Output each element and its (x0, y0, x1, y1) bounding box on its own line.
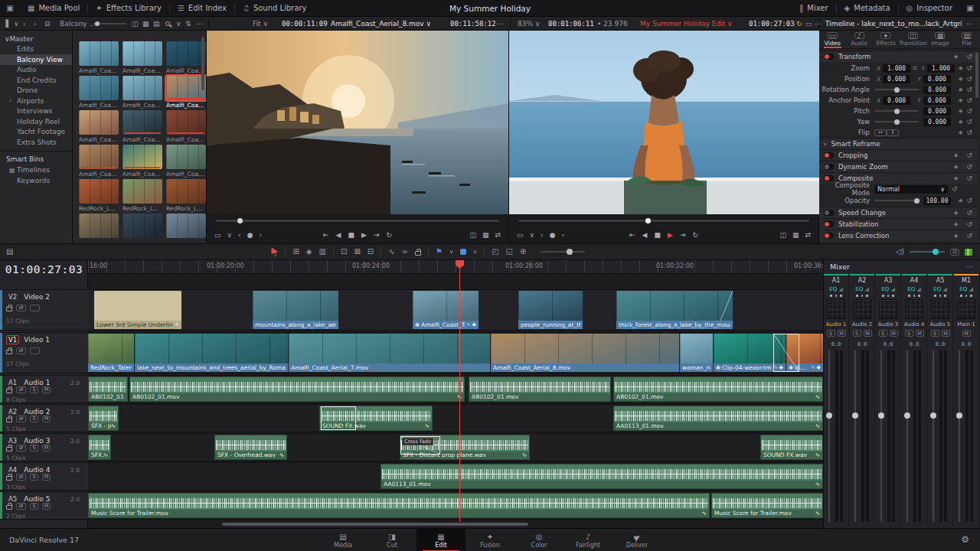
more-icon[interactable]: ⋯ (196, 17, 203, 31)
fade-handle-icon[interactable]: ∿ (815, 422, 820, 430)
keyframe-icon[interactable]: ◆ (959, 76, 962, 82)
media-scrollbar[interactable] (201, 37, 204, 90)
reset-icon[interactable]: ↺ (966, 75, 972, 83)
timeline-clip-thick-forest-along[interactable]: thick_forest_along_a_lake_by_the_mountai… (616, 291, 733, 329)
audio-clip-ab0102-01-mov[interactable]: AB0102_01.mov∿ (129, 377, 465, 402)
inspector-more-icon[interactable]: ⋯ (966, 17, 973, 31)
replace-clip-icon[interactable]: ⊟ (368, 248, 374, 256)
fader-slider[interactable] (854, 350, 856, 522)
page-edit[interactable]: ▦Edit (416, 529, 466, 551)
value-field[interactable]: 0.000 (923, 118, 951, 126)
bin-item-edits[interactable]: Edits (0, 44, 72, 55)
media-clip-6[interactable]: Amalfi_Coast_A... (166, 76, 206, 109)
chevron-down-icon[interactable]: ∨ (530, 231, 535, 239)
bin-item-airports[interactable]: ›Airports (0, 96, 72, 106)
track-badge-v1[interactable]: V1 (6, 335, 19, 344)
reset-icon[interactable]: ↺ (966, 64, 972, 72)
fade-handle-icon[interactable]: ∿ (815, 481, 820, 488)
timeline-zoom-dropdown[interactable]: 83% ∨ (518, 17, 540, 31)
match-frame-icon[interactable]: ◫ (469, 231, 476, 239)
media-clip-16[interactable] (79, 214, 119, 240)
viewer-fit-dropdown[interactable]: Fit ∨ (253, 17, 268, 31)
curve-icon[interactable]: ∿ (466, 321, 471, 329)
media-clip-8[interactable]: Amalfi_Coast_T... (122, 110, 162, 143)
media-thumbnail[interactable] (79, 76, 119, 100)
speaker-icon[interactable]: ◁) (896, 248, 905, 256)
dim-button[interactable]: ⊡ (950, 249, 959, 256)
reset-icon[interactable]: ↺ (966, 118, 972, 126)
composite-mode-dropdown[interactable]: Normal∨ (874, 185, 948, 194)
audio-clip-ab0102-01-mov[interactable]: AB0102_01.mov (88, 377, 128, 402)
top-button-metadata[interactable]: ◈Metadata (837, 0, 898, 16)
timeline-viewer-image[interactable] (509, 31, 819, 214)
fader-slider[interactable] (906, 350, 908, 522)
auto-select-icon[interactable]: ⇄ (16, 305, 26, 311)
source-clip-dropdown[interactable]: Amalfi_Coast_Aerial_8.mov ∨ (331, 17, 431, 31)
mixer-strip-a1[interactable]: A1EQ ◢Audio 1SM0.0 (824, 274, 849, 527)
lock-track-icon[interactable] (6, 447, 12, 452)
mixer-strip-a5[interactable]: A5EQ ◢Audio 5SM0.0 (928, 274, 953, 527)
media-thumbnail[interactable] (122, 76, 162, 100)
reset-icon[interactable]: ↺ (952, 185, 958, 193)
play-button[interactable]: ▶ (668, 231, 673, 239)
keyframe-icon[interactable]: ◆ (954, 210, 958, 216)
next-icon[interactable]: › (34, 17, 37, 31)
mute-button[interactable]: M (864, 330, 872, 337)
param-slider[interactable] (874, 110, 919, 112)
fade-handle-icon[interactable]: ∿ (815, 510, 820, 517)
reset-icon[interactable]: ↺ (966, 152, 972, 159)
zoom-custom-icon[interactable]: ⊕ (520, 248, 526, 256)
timeline-clip-amalfi-coast-aeria[interactable]: Amalfi_Coast_Aerial_8.mov (491, 334, 679, 372)
fade-handle-icon[interactable]: ∿ (522, 452, 527, 459)
auto-select-icon[interactable]: ⇄ (16, 347, 26, 354)
bin-item-interviews[interactable]: Interviews (0, 106, 72, 117)
bin-item-balcony-view[interactable]: Balcony View (0, 54, 72, 65)
keyframe-icon[interactable]: ◆ (954, 164, 958, 170)
eq-button[interactable]: EQ ◢ (876, 286, 900, 292)
reset-icon[interactable]: ↺ (966, 232, 972, 240)
enable-track-icon[interactable] (30, 347, 40, 354)
media-thumbnail[interactable] (122, 214, 162, 238)
audio-clip-music-score-for[interactable]: Music Score for Trailer.mov∿ (711, 493, 823, 518)
jump-first-button[interactable]: ⇤ (323, 231, 329, 239)
fade-handle-icon[interactable]: ∿ (702, 510, 707, 517)
source-jog-handle[interactable] (237, 218, 243, 223)
keyframe-icon[interactable]: ◆ (472, 321, 476, 329)
mute-button[interactable]: M (916, 330, 924, 337)
mixer-strip-a3[interactable]: A3EQ ◢Audio 3SM0.0 (876, 274, 901, 527)
section-lens-correction[interactable]: Lens Correction◆↺ (819, 230, 977, 241)
marker-icon[interactable] (460, 249, 466, 255)
audio-monitor-slider[interactable] (910, 251, 945, 253)
audio-clip-sfx-distant-pr[interactable]: SFX - Distant prop plane.wav∿Cross Fade (400, 435, 530, 460)
reset-icon[interactable]: ↺ (966, 53, 972, 60)
value-field[interactable]: 0.000 (923, 86, 951, 94)
grab-still-icon[interactable]: ▦ (792, 231, 799, 239)
tab-effects[interactable]: ✦Effects (873, 31, 900, 48)
stabilization-toggle[interactable] (824, 221, 834, 227)
top-button-media-pool[interactable]: ▦Media Pool (20, 0, 87, 16)
bin-item-drone[interactable]: Drone (0, 86, 72, 96)
timeline-clip-woman-ridi[interactable]: woman_ridi... (680, 334, 713, 372)
media-thumbnail[interactable] (122, 145, 162, 169)
keyframe-icon[interactable]: ◆ (954, 175, 958, 181)
section-speed-change[interactable]: Speed Change◆↺ (819, 207, 977, 218)
eq-button[interactable]: EQ ◢ (928, 286, 952, 292)
position-lock-icon[interactable] (415, 251, 421, 256)
section-dynamic-zoom[interactable]: Dynamic Zoom◆↺ (819, 161, 977, 172)
lock-track-icon[interactable] (6, 505, 12, 510)
reset-icon[interactable]: ↺ (966, 209, 972, 217)
fader-slider[interactable] (959, 350, 960, 522)
timeline-clip-mountains-along-a[interactable]: mountains_along_a_lake_aerial_by_Roma... (253, 291, 338, 329)
sort-icon[interactable]: ⇅ (185, 17, 191, 31)
keyframe-icon[interactable]: ◆ (954, 221, 958, 227)
track-header-v2[interactable]: V2Video 2⇄11 Clips (0, 289, 88, 331)
keyframe-icon[interactable]: ◆ (959, 129, 962, 135)
smart-bin-item-keywords[interactable]: Keywords (0, 175, 72, 186)
fade-handle-icon[interactable]: ∿ (103, 452, 108, 459)
dynamic-zoom-toggle[interactable] (824, 164, 834, 170)
opacity-value-field[interactable]: 100.00 (923, 197, 951, 205)
solo-button[interactable]: S (30, 386, 38, 393)
timeline-lanes[interactable]: 16:0001:00:20:0001:00:24:0001:00:28:0001… (88, 260, 823, 528)
section-stabilization[interactable]: Stabilization◆↺ (819, 218, 977, 230)
panel-icon[interactable]: ▐ (3, 17, 8, 31)
